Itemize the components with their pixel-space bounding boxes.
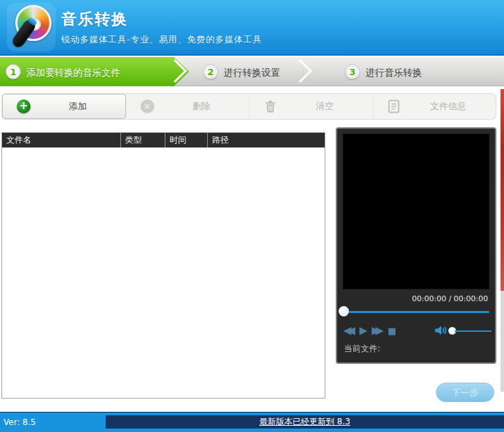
update-link[interactable]: 最新版本已经更新到 8.3	[259, 416, 350, 428]
volume-speaker-icon[interactable]	[434, 324, 448, 339]
version-label: Ver: 8.5	[3, 417, 35, 427]
update-banner: 最新版本已经更新到 8.3	[106, 415, 504, 429]
time-display: 00:00:00 / 00:00:00	[412, 294, 488, 303]
column-header-type[interactable]: 类型	[120, 133, 165, 147]
clear-button[interactable]: 清空	[249, 94, 373, 119]
add-plus-icon: +	[17, 99, 31, 113]
play-button-icon[interactable]: ▶	[359, 324, 368, 337]
app-title: 音乐转换	[61, 9, 128, 30]
window-edge-red-strip	[501, 89, 504, 291]
delete-x-icon: ✕	[140, 99, 154, 113]
rewind-button-icon[interactable]: ◀◀	[343, 324, 355, 337]
seek-slider-thumb[interactable]	[339, 306, 349, 317]
stop-button-icon[interactable]: ■	[388, 326, 396, 336]
next-step-button[interactable]: 下一步	[436, 383, 494, 402]
video-preview-screen	[343, 134, 489, 289]
file-list-header-row: 文件名 类型 时间 路径	[2, 133, 325, 147]
column-header-path[interactable]: 路径	[207, 133, 325, 147]
app-window: 音乐转换 锐动多媒体工具-专业、易用、免费的多媒体工具 1 添加要转换的音乐文件…	[0, 0, 504, 432]
step-tabbar: 1 添加要转换的音乐文件 2 进行转换设置 3 进行音乐转换	[0, 57, 504, 86]
seek-slider-track[interactable]	[343, 311, 489, 313]
clear-button-label: 清空	[277, 100, 373, 113]
column-header-filename[interactable]: 文件名	[2, 133, 120, 147]
add-button-label: 添加	[31, 100, 125, 113]
step-3-label[interactable]: 进行音乐转换	[366, 67, 422, 79]
fast-forward-button-icon[interactable]: ▶▶	[372, 324, 384, 337]
current-file-label: 当前文件:	[344, 343, 380, 355]
chevron-separator-icon	[288, 59, 312, 83]
app-subtitle: 锐动多媒体工具-专业、易用、免费的多媒体工具	[61, 34, 262, 46]
delete-button[interactable]: ✕ 删除	[126, 94, 250, 119]
file-info-document-icon	[387, 99, 401, 113]
player-panel: 00:00:00 / 00:00:00 ◀◀ ▶ ▶▶ ■ 当前文件:	[336, 127, 496, 364]
header: 音乐转换 锐动多媒体工具-专业、易用、免费的多媒体工具	[0, 0, 504, 56]
volume-slider-track[interactable]	[455, 330, 491, 332]
file-info-button[interactable]: 文件信息	[373, 94, 496, 119]
step-1-number-badge: 1	[6, 64, 21, 79]
toolbar: + 添加 ✕ 删除 清空	[1, 93, 496, 120]
delete-button-label: 删除	[154, 100, 250, 113]
file-list-table[interactable]: 文件名 类型 时间 路径	[1, 132, 325, 399]
trash-icon	[263, 99, 277, 113]
step-2-label[interactable]: 进行转换设置	[224, 67, 280, 79]
transport-controls: ◀◀ ▶ ▶▶ ■	[343, 324, 396, 337]
column-header-time[interactable]: 时间	[165, 133, 207, 147]
step-1-label: 添加要转换的音乐文件	[26, 67, 120, 79]
add-button[interactable]: + 添加	[2, 94, 126, 119]
status-bar: Ver: 8.5 最新版本已经更新到 8.3	[0, 412, 504, 432]
window-edge-gray-strip	[501, 291, 504, 392]
step-3-number-badge: 3	[345, 64, 360, 79]
file-info-button-label: 文件信息	[401, 100, 496, 113]
step-2-number-badge: 2	[203, 64, 218, 79]
